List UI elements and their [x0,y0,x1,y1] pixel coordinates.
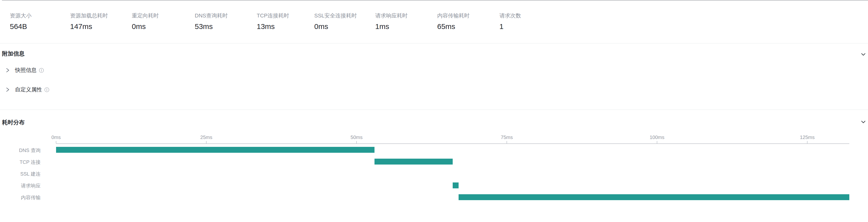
metric-label: TCP连接耗时 [257,12,314,19]
metric-label: SSL安全连接耗时 [314,12,375,19]
axis-tick [206,141,207,143]
metric-label: 内容传输耗时 [437,12,499,19]
chart-bar [459,194,849,200]
metric-value: 0ms [132,22,195,31]
axis-tick [56,141,56,143]
metric-value: 0ms [314,22,375,31]
chart-row-label: 请求响应 [0,182,40,189]
metrics-summary-row: 资源大小 564B 资源加载总耗时 147ms 重定向耗时 0ms DNS查询耗… [10,12,573,31]
axis-tick [506,141,507,143]
chart-bar [374,159,453,164]
chart-row-label: 内容传输 [0,194,40,201]
metric-item: 内容传输耗时 65ms [437,12,499,31]
axis-tick-label: 50ms [351,135,363,140]
collapsible-row-label: 快照信息 [15,67,37,74]
metric-item: 请求次数 1 [499,12,573,31]
metric-label: DNS查询耗时 [195,12,257,19]
axis-tick-label: 25ms [200,135,212,140]
timing-waterfall-chart: 0ms25ms50ms75ms100ms125msDNS 查询TCP 连接SSL… [0,0,868,222]
chevron-down-icon [860,51,867,58]
collapsible-row-label: 自定义属性 [15,86,42,93]
metric-item: 资源大小 564B [10,12,70,31]
axis-tick-label: 0ms [52,135,61,140]
timing-section-title: 耗时分布 [2,119,25,126]
chart-bar [453,182,459,188]
collapsible-row-snapshot[interactable]: 快照信息 [6,67,44,74]
axis-tick [807,141,807,143]
chart-row-label: SSL 建连 [0,171,40,177]
metric-item: 资源加载总耗时 147ms [70,12,132,31]
info-icon[interactable] [44,87,50,92]
chart-row-label: TCP 连接 [0,159,40,165]
metric-item: SSL安全连接耗时 0ms [314,12,375,31]
metric-item: TCP连接耗时 13ms [257,12,314,31]
metric-label: 资源加载总耗时 [70,12,132,19]
metric-label: 重定向耗时 [132,12,195,19]
metric-label: 资源大小 [10,12,70,19]
metric-value: 65ms [437,22,499,31]
chevron-right-icon [6,87,10,92]
section-divider [0,43,868,43]
metric-value: 564B [10,22,70,31]
chevron-right-icon [6,68,10,73]
top-divider [2,0,868,1]
chevron-down-icon [860,118,867,125]
metric-label: 请求响应耗时 [375,12,437,19]
axis-tick-label: 125ms [800,135,815,140]
metric-value: 1 [499,22,573,31]
chart-row-label: DNS 查询 [0,147,40,154]
axis-tick [657,141,657,143]
metric-label: 请求次数 [499,12,573,19]
metric-value: 1ms [375,22,437,31]
additional-info-title: 附加信息 [2,50,25,57]
metric-value: 53ms [195,22,257,31]
metric-value: 147ms [70,22,132,31]
collapsible-row-custom-attrs[interactable]: 自定义属性 [6,86,50,93]
axis-tick [356,141,357,143]
additional-info-collapse-button[interactable] [860,50,867,58]
metric-item: DNS查询耗时 53ms [195,12,257,31]
metric-value: 13ms [257,22,314,31]
axis-tick-label: 100ms [650,135,664,140]
chart-axis-line [56,143,849,144]
info-icon[interactable] [39,68,44,73]
metric-item: 请求响应耗时 1ms [375,12,437,31]
timing-collapse-button[interactable] [860,118,867,125]
axis-tick-label: 75ms [501,135,513,140]
chart-bar [56,147,374,153]
metric-item: 重定向耗时 0ms [132,12,195,31]
